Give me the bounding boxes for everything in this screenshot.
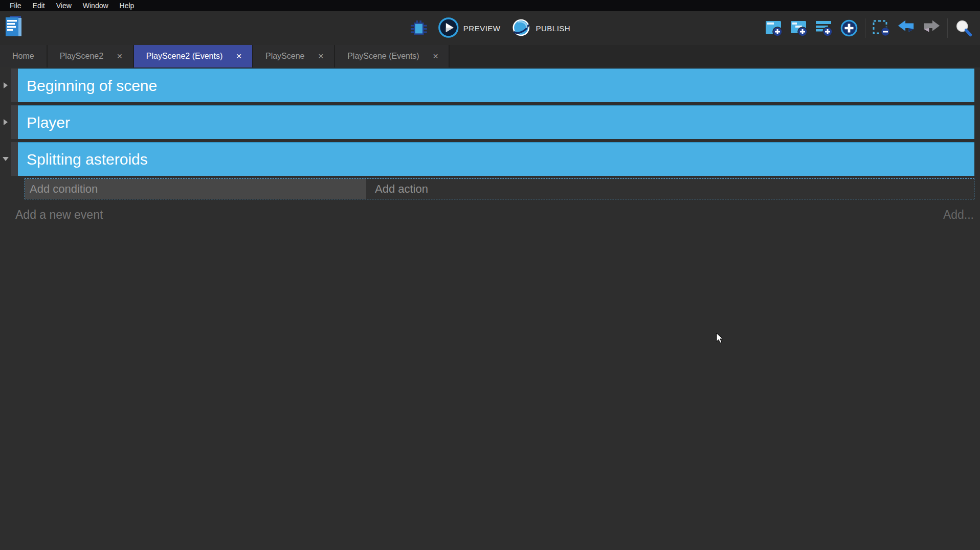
add-circle-icon[interactable]	[840, 19, 858, 37]
events-sheet: Beginning of scene Player Splitting aste…	[0, 67, 980, 222]
tab-label: Home	[12, 52, 34, 61]
close-icon[interactable]: ✕	[316, 51, 326, 61]
add-condition-button[interactable]: Add condition	[25, 179, 366, 199]
group-title: Splitting asteroids	[27, 151, 148, 168]
event-drag-handle[interactable]	[11, 142, 18, 176]
events-sheet-footer: Add a new event Add...	[0, 199, 980, 222]
tab-label: PlayScene2	[60, 52, 103, 61]
events-sheet-logo-icon[interactable]	[4, 15, 23, 38]
redo-icon[interactable]	[922, 19, 941, 37]
menu-window[interactable]: Window	[77, 0, 114, 11]
tab-playscene2[interactable]: PlayScene2 ✕	[48, 45, 134, 67]
add-new-event-button[interactable]: Add a new event	[15, 208, 103, 222]
tab-playscene[interactable]: PlayScene ✕	[253, 45, 335, 67]
tab-playscene-events[interactable]: PlayScene (Events) ✕	[335, 45, 450, 67]
toolbar-separator	[865, 18, 865, 38]
add-action-label: Add action	[375, 182, 428, 196]
main-toolbar: PREVIEW PUBLISH	[0, 11, 980, 45]
tab-label: PlayScene	[265, 52, 305, 61]
event-drag-handle[interactable]	[11, 105, 18, 139]
expand-arrow-icon[interactable]	[0, 68, 11, 102]
event-drag-handle[interactable]	[11, 68, 18, 102]
add-dropdown-button[interactable]: Add...	[943, 208, 974, 222]
add-subevent-icon[interactable]	[790, 19, 808, 37]
event-group-row: Splitting asteroids	[0, 142, 980, 176]
toolbar-right-group	[765, 11, 973, 45]
publish-button[interactable]: PUBLISH	[510, 17, 570, 39]
add-comment-icon[interactable]	[815, 19, 833, 37]
menu-help[interactable]: Help	[114, 0, 140, 11]
event-group-row: Beginning of scene	[0, 68, 980, 102]
event-group-row: Player	[0, 105, 980, 139]
play-circle-icon	[438, 17, 459, 39]
toolbar-separator	[947, 18, 948, 38]
menu-file[interactable]: File	[4, 0, 27, 11]
group-title: Beginning of scene	[27, 77, 157, 95]
publish-globe-icon	[510, 17, 531, 39]
close-icon[interactable]: ✕	[431, 51, 441, 61]
menu-edit[interactable]: Edit	[27, 0, 51, 11]
delete-selection-icon[interactable]	[872, 19, 890, 37]
debug-chip-icon[interactable]	[410, 19, 428, 37]
search-icon[interactable]	[954, 19, 973, 37]
add-event-icon[interactable]	[765, 19, 783, 37]
tab-playscene2-events[interactable]: PlayScene2 (Events) ✕	[134, 45, 253, 67]
tab-label: PlayScene (Events)	[347, 52, 419, 61]
mouse-cursor	[716, 333, 724, 344]
event-group-beginning-of-scene[interactable]: Beginning of scene	[18, 68, 974, 102]
close-icon[interactable]: ✕	[115, 51, 125, 61]
toolbar-center-group: PREVIEW PUBLISH	[410, 17, 570, 39]
preview-button[interactable]: PREVIEW	[438, 17, 501, 39]
undo-icon[interactable]	[897, 19, 916, 37]
tab-bar: Home PlayScene2 ✕ PlayScene2 (Events) ✕ …	[0, 45, 980, 67]
menu-bar: File Edit View Window Help	[0, 0, 980, 11]
group-title: Player	[27, 114, 70, 131]
add-action-button[interactable]: Add action	[366, 179, 974, 199]
menu-view[interactable]: View	[51, 0, 77, 11]
tab-home[interactable]: Home	[0, 45, 48, 67]
preview-label: PREVIEW	[463, 24, 501, 33]
add-condition-label: Add condition	[30, 182, 98, 196]
collapse-arrow-icon[interactable]	[0, 142, 11, 176]
publish-label: PUBLISH	[536, 24, 570, 33]
close-icon[interactable]: ✕	[234, 51, 244, 61]
selected-empty-event-row[interactable]: Add condition Add action	[25, 178, 974, 199]
expand-arrow-icon[interactable]	[0, 105, 11, 139]
event-group-player[interactable]: Player	[18, 105, 974, 139]
event-group-splitting-asteroids[interactable]: Splitting asteroids	[18, 142, 974, 176]
tab-label: PlayScene2 (Events)	[146, 52, 222, 61]
